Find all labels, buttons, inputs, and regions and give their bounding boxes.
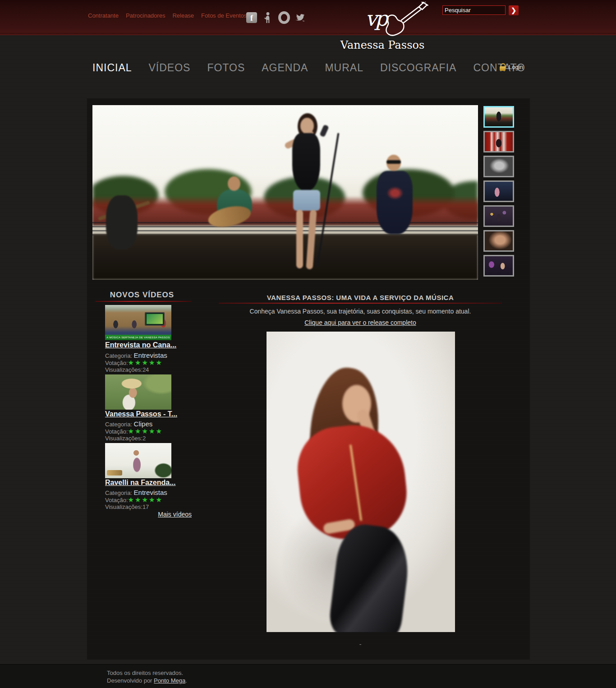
ponto-mega-link[interactable]: Ponto Mega (154, 677, 185, 684)
main-nav: INICIAL VÍDEOS FOTOS AGENDA MURAL DISCOG… (92, 62, 525, 74)
search-input[interactable] (442, 5, 506, 15)
nav-inicial[interactable]: INICIAL (92, 62, 132, 74)
novos-videos-divider (96, 301, 192, 302)
social-icons: f (246, 12, 306, 23)
guitar-icon (382, 2, 431, 38)
release-link[interactable]: Clique aqui para ver o release completo (304, 319, 416, 326)
orkut-person-icon[interactable] (262, 12, 274, 23)
rating-stars: ★★★★★ (128, 427, 163, 435)
video-category-row: Categoria: Clipes (105, 420, 152, 428)
views-label: Visualizações: (105, 503, 143, 510)
search-submit-button[interactable]: ❯ (509, 5, 519, 15)
nav-discografia[interactable]: DISCOGRAFIA (380, 62, 456, 74)
video-rating-row: Votação:★★★★★ (105, 496, 163, 504)
carousel-thumb-1[interactable] (483, 106, 514, 128)
category-label: Categoria: (105, 489, 132, 496)
footer: Todos os direitos reservados. Desenvolvi… (0, 664, 616, 688)
video-views-row: Visualizações:2 (105, 435, 146, 442)
rating-stars: ★★★★★ (128, 359, 163, 366)
facebook-glyph: f (246, 12, 257, 23)
video-title-link[interactable]: Entrevista no Cana... (105, 341, 195, 349)
topbar: Contratante Patrocinadores Release Fotos… (0, 0, 616, 35)
category-value: Entrevistas (134, 351, 167, 359)
release-divider (219, 303, 502, 304)
logo-title: Vanessa Passos (337, 39, 428, 51)
twitter-bird-icon[interactable] (294, 12, 306, 23)
category-value: Entrevistas (134, 489, 167, 496)
tv-screen (145, 312, 165, 326)
hero-band-figures (92, 105, 478, 280)
topbar-links: Contratante Patrocinadores Release Fotos… (88, 12, 247, 19)
video-category-row: Categoria: Entrevistas (105, 351, 167, 359)
video-thumb-vanessa-passos[interactable] (105, 374, 171, 410)
ring-glyph (278, 11, 290, 24)
topbar-link-fotos-de-eventos[interactable]: Fotos de Eventos (201, 12, 247, 19)
video-category-row: Categoria: Entrevistas (105, 489, 167, 496)
views-label: Visualizações: (105, 435, 143, 442)
footer-rights: Todos os direitos reservados. (107, 669, 187, 677)
carousel-thumb-3[interactable] (483, 156, 514, 177)
search-area: ❯ (442, 5, 519, 15)
category-label: Categoria: (105, 352, 132, 359)
video-title-link[interactable]: Vanessa Passos - T... (105, 410, 195, 418)
login-label: Login (509, 64, 523, 70)
mais-videos-link[interactable]: Mais vídeos (92, 511, 192, 518)
carousel-thumbnail-strip (483, 106, 515, 280)
video-rating-row: Votação:★★★★★ (105, 427, 163, 435)
twitter-glyph (294, 12, 306, 23)
views-value: 2 (143, 435, 146, 442)
vanessa-red-jacket-portrait (267, 332, 455, 632)
carousel-thumb-5[interactable] (483, 205, 514, 227)
login-button[interactable]: Login (500, 63, 523, 71)
rating-label: Votação: (105, 428, 128, 435)
release-heading: VANESSA PASSOS: UMA VIDA A SERVIÇO DA MÚ… (219, 294, 502, 301)
video-views-row: Visualizações:24 (105, 366, 149, 373)
rating-label: Votação: (105, 360, 128, 366)
views-value: 24 (143, 366, 149, 373)
facebook-icon[interactable]: f (246, 12, 257, 23)
video-rating-row: Votação:★★★★★ (105, 359, 163, 367)
nav-fotos[interactable]: FOTOS (207, 62, 245, 74)
ravelli-watermark (107, 470, 122, 476)
carousel-thumb-7[interactable] (483, 255, 514, 277)
rating-label: Votação: (105, 497, 128, 503)
category-value: Clipes (134, 420, 153, 428)
release-intro: Conheça Vanessa Passos, sua trajetória, … (219, 308, 502, 315)
padlock-icon (500, 63, 506, 71)
below-photo-dash: - (219, 641, 502, 648)
carousel-thumb-4[interactable] (483, 180, 514, 202)
video-thumb-entrevista[interactable]: A MÚSICA SERTANEJA DE VANESSA PASSOS (105, 305, 171, 340)
video-thumb-caption: A MÚSICA SERTANEJA DE VANESSA PASSOS (105, 335, 171, 340)
footer-text: Todos os direitos reservados. Desenvolvi… (107, 669, 187, 684)
nav-mural[interactable]: MURAL (325, 62, 363, 74)
topbar-link-patrocinadores[interactable]: Patrocinadores (126, 12, 165, 19)
footer-developer-line: Desenvolvido por Ponto Mega. (107, 677, 187, 684)
video-title-link[interactable]: Ravelli na Fazenda... (105, 479, 195, 487)
category-label: Categoria: (105, 421, 132, 428)
page-background: Contratante Patrocinadores Release Fotos… (0, 0, 616, 688)
footer-developed-prefix: Desenvolvido por (107, 677, 154, 684)
views-label: Visualizações: (105, 366, 143, 373)
site-logo[interactable]: vp Vanessa Passos (337, 3, 428, 53)
topbar-link-contratante[interactable]: Contratante (88, 12, 119, 19)
ring-icon[interactable] (278, 12, 290, 23)
video-thumb-ravelli[interactable] (105, 443, 171, 478)
carousel-thumb-6[interactable] (483, 230, 514, 252)
rating-stars: ★★★★★ (128, 496, 163, 503)
video-views-row: Visualizações:17 (105, 503, 149, 510)
footer-suffix: . (185, 677, 187, 684)
topbar-link-release[interactable]: Release (172, 12, 194, 19)
carousel-thumb-2[interactable] (483, 131, 514, 152)
nav-agenda[interactable]: AGENDA (262, 62, 308, 74)
views-value: 17 (143, 503, 149, 510)
hero-slider-image[interactable] (92, 105, 478, 280)
person-glyph (263, 12, 273, 23)
novos-videos-heading: NOVOS VÍDEOS (92, 291, 192, 300)
nav-videos[interactable]: VÍDEOS (149, 62, 191, 74)
